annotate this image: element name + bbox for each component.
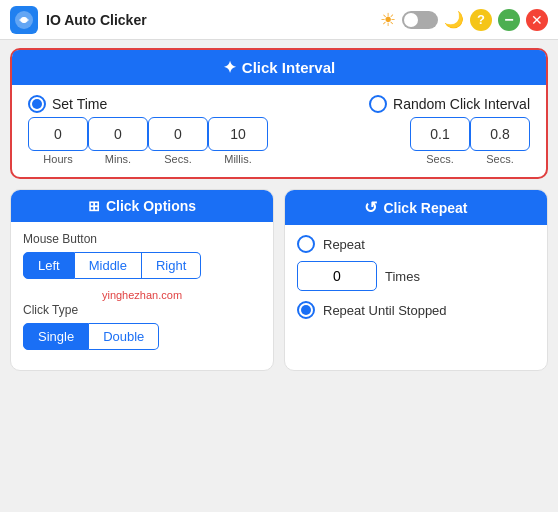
repeat-times-row: Times	[297, 261, 535, 291]
theme-toggle[interactable]	[402, 11, 438, 29]
random-radio-circle[interactable]	[369, 95, 387, 113]
click-options-section: ⊞ Click Options Mouse Button Left Middle…	[10, 189, 274, 371]
random-secs1-label: Secs.	[426, 153, 454, 165]
moon-icon: 🌙	[444, 10, 464, 29]
set-time-label: Set Time	[52, 96, 107, 112]
mins-group: Mins.	[88, 117, 148, 165]
random-interval-label: Random Click Interval	[393, 96, 530, 112]
millis-label: Millis.	[224, 153, 252, 165]
radio-row: Set Time Random Click Interval	[12, 85, 546, 117]
app-title: IO Auto Clicker	[46, 12, 380, 28]
hours-label: Hours	[43, 153, 72, 165]
title-bar-controls: ☀ 🌙 ? − ✕	[380, 9, 548, 31]
right-button[interactable]: Right	[142, 252, 201, 279]
repeat-label: Repeat	[323, 237, 365, 252]
hours-input[interactable]	[28, 117, 88, 151]
random-secs2-group: Secs.	[470, 117, 530, 165]
main-content: ✦ Click Interval Set Time Random Click I…	[0, 40, 558, 379]
close-button[interactable]: ✕	[526, 9, 548, 31]
click-type-group: Single Double	[23, 323, 261, 350]
mouse-button-group: Left Middle Right	[23, 252, 261, 279]
mins-label: Mins.	[105, 153, 131, 165]
repeat-radio-row: Repeat	[297, 235, 535, 253]
random-secs1-group: Secs.	[410, 117, 470, 165]
set-time-radio-circle[interactable]	[28, 95, 46, 113]
random-interval-radio[interactable]: Random Click Interval	[369, 95, 530, 113]
repeat-until-label: Repeat Until Stopped	[323, 303, 447, 318]
random-secs2-label: Secs.	[486, 153, 514, 165]
click-options-header: ⊞ Click Options	[11, 190, 273, 222]
millis-input[interactable]	[208, 117, 268, 151]
click-repeat-body: Repeat Times Repeat Until Stopped	[285, 225, 547, 329]
millis-group: Millis.	[208, 117, 268, 165]
repeat-until-row: Repeat Until Stopped	[297, 301, 535, 319]
app-logo	[10, 6, 38, 34]
minimize-button[interactable]: −	[498, 9, 520, 31]
repeat-radio-circle[interactable]	[297, 235, 315, 253]
svg-point-1	[21, 17, 27, 23]
secs-input[interactable]	[148, 117, 208, 151]
click-options-title: Click Options	[106, 198, 196, 214]
help-button[interactable]: ?	[470, 9, 492, 31]
click-interval-icon: ✦	[223, 58, 236, 77]
hours-group: Hours	[28, 117, 88, 165]
single-button[interactable]: Single	[23, 323, 89, 350]
sun-icon[interactable]: ☀	[380, 9, 396, 31]
click-interval-title: Click Interval	[242, 59, 335, 76]
click-options-icon: ⊞	[88, 198, 100, 214]
bottom-row: ⊞ Click Options Mouse Button Left Middle…	[10, 189, 548, 371]
set-time-radio[interactable]: Set Time	[28, 95, 107, 113]
mins-input[interactable]	[88, 117, 148, 151]
click-type-label: Click Type	[23, 303, 261, 317]
click-repeat-icon: ↺	[364, 198, 377, 217]
random-secs2-input[interactable]	[470, 117, 530, 151]
click-repeat-section: ↺ Click Repeat Repeat Times Repeat Until…	[284, 189, 548, 371]
title-bar: IO Auto Clicker ☀ 🌙 ? − ✕	[0, 0, 558, 40]
repeat-until-radio-circle[interactable]	[297, 301, 315, 319]
secs-label: Secs.	[164, 153, 192, 165]
click-interval-header: ✦ Click Interval	[12, 50, 546, 85]
repeat-input[interactable]	[297, 261, 377, 291]
random-secs1-input[interactable]	[410, 117, 470, 151]
inputs-row: Hours Mins. Secs. Millis. Secs.	[12, 117, 546, 165]
click-interval-section: ✦ Click Interval Set Time Random Click I…	[10, 48, 548, 179]
click-repeat-title: Click Repeat	[383, 200, 467, 216]
mouse-button-label: Mouse Button	[23, 232, 261, 246]
secs-group: Secs.	[148, 117, 208, 165]
click-repeat-header: ↺ Click Repeat	[285, 190, 547, 225]
watermark: yinghezhan.com	[23, 289, 261, 301]
middle-button[interactable]: Middle	[75, 252, 142, 279]
times-label: Times	[385, 269, 420, 284]
double-button[interactable]: Double	[89, 323, 159, 350]
click-options-body: Mouse Button Left Middle Right yinghezha…	[11, 222, 273, 370]
left-button[interactable]: Left	[23, 252, 75, 279]
